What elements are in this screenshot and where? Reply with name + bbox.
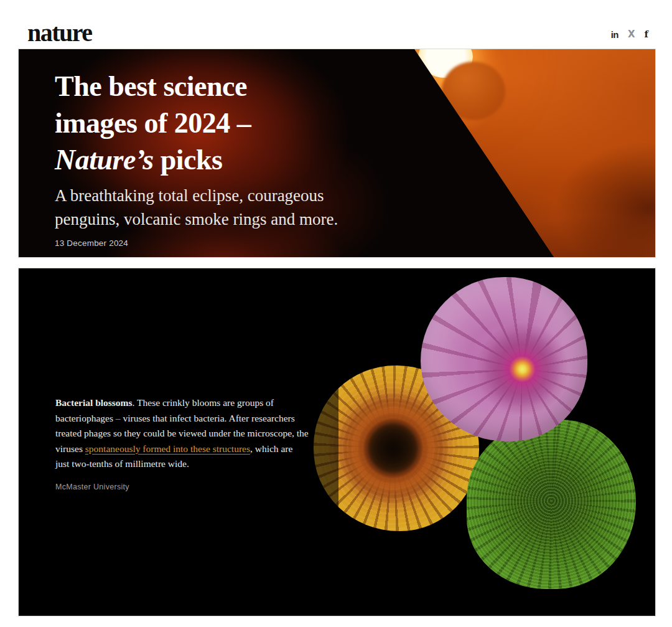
caption-lead: Bacterial blossoms <box>55 397 133 408</box>
hero-banner: The best scienceimages of 2024 –Nature’s… <box>19 49 655 257</box>
site-header: nature in X f <box>0 0 672 49</box>
linkedin-icon[interactable]: in <box>611 30 618 39</box>
title-italic-word: Nature’s <box>55 144 154 176</box>
article-subtitle: A breathtaking total eclipse, courageous… <box>55 184 655 231</box>
hero-content: The best scienceimages of 2024 –Nature’s… <box>19 49 655 248</box>
publish-date: 13 December 2024 <box>55 238 655 248</box>
caption-block: Bacterial blossoms. These crinkly blooms… <box>55 395 355 491</box>
image-credit: McMaster University <box>55 483 355 491</box>
caption-text: Bacterial blossoms. These crinkly blooms… <box>55 395 355 472</box>
pink-bloom-image <box>421 277 587 441</box>
social-links: in X f <box>611 30 648 39</box>
nature-logo[interactable]: nature <box>27 21 92 45</box>
green-bloom-image <box>467 420 636 589</box>
facebook-icon[interactable]: f <box>645 30 648 39</box>
story-card: Bacterial blossoms. These crinkly blooms… <box>19 268 655 616</box>
page-title: The best scienceimages of 2024 –Nature’s… <box>55 68 655 178</box>
x-icon[interactable]: X <box>628 30 635 39</box>
structures-link[interactable]: spontaneously formed into these structur… <box>85 443 250 454</box>
